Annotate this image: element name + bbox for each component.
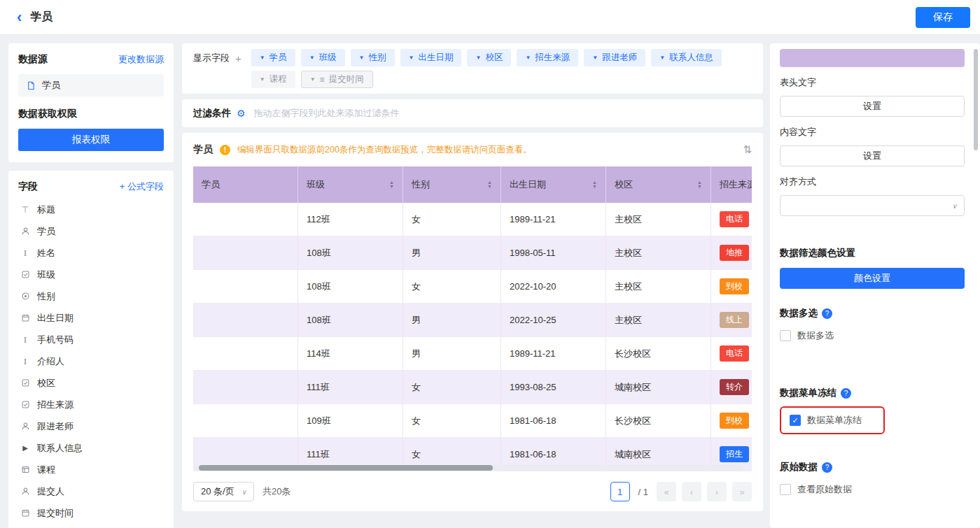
align-select[interactable]: ∨ xyxy=(780,195,965,216)
chevron-down-icon: ▼ xyxy=(525,55,531,61)
sort-icon[interactable]: ▲▼ xyxy=(487,180,492,189)
field-item-teacher[interactable]: 跟进老师 xyxy=(8,415,174,437)
table-row[interactable]: 109班 女 1981-06-18 长沙校区 到校 xyxy=(193,404,752,438)
help-icon[interactable]: ? xyxy=(822,308,832,319)
source-badge: 到校 xyxy=(720,278,749,294)
datasource-heading: 数据源 xyxy=(18,53,48,66)
source-badge: 招生 xyxy=(720,446,749,462)
chip-campus[interactable]: ▼校区 xyxy=(467,49,511,66)
page-count: / 1 xyxy=(638,487,648,497)
help-icon[interactable]: ? xyxy=(841,388,851,399)
field-item-class[interactable]: 班级 xyxy=(8,264,174,285)
help-icon[interactable]: ? xyxy=(822,462,832,473)
add-display-field-button[interactable]: + xyxy=(235,52,241,64)
sort-icon[interactable]: ▲▼ xyxy=(592,180,597,189)
field-item-phone[interactable]: I 手机号码 xyxy=(8,329,174,350)
datasource-panel: 数据源 更改数据源 学员 数据获取权限 报表权限 xyxy=(8,43,174,162)
save-button[interactable]: 保存 xyxy=(916,7,970,28)
table-panel: 学员 ! 编辑界面只取数据源前200条作为查询数据预览，完整数据请访问页面查看。… xyxy=(182,133,763,511)
checkbox-unchecked-icon[interactable] xyxy=(780,330,791,341)
filter-panel[interactable]: 过滤条件 ⚙ 拖动左侧字段到此处来添加过滤条件 xyxy=(182,99,763,127)
field-item-title[interactable]: ⊤ 标题 xyxy=(8,199,174,220)
field-item-campus[interactable]: 校区 xyxy=(8,372,174,394)
sort-icon[interactable]: ▲▼ xyxy=(697,180,702,189)
column-header-campus[interactable]: 校区▲▼ xyxy=(606,166,711,203)
content-text-settings-button[interactable]: 设置 xyxy=(780,145,965,166)
table-row[interactable]: 114班 男 1989-11-21 长沙校区 电话 xyxy=(193,337,752,371)
display-fields-label: 显示字段 xyxy=(193,52,230,64)
filter-label: 过滤条件 xyxy=(193,107,231,120)
field-item-name[interactable]: I 姓名 xyxy=(8,242,174,264)
field-item-student[interactable]: 学员 xyxy=(8,220,174,242)
multi-select-checkbox-row[interactable]: 数据多选 xyxy=(780,329,965,342)
back-icon[interactable]: ‹ xyxy=(17,10,22,25)
sort-order-icon[interactable]: ⇅ xyxy=(743,143,752,156)
text-icon: I xyxy=(20,356,31,367)
header-text-settings-button[interactable]: 设置 xyxy=(780,96,965,117)
column-header-student[interactable]: 学员 xyxy=(193,166,298,203)
chevron-down-icon: ∨ xyxy=(241,488,246,496)
course-icon xyxy=(20,465,31,474)
table-row[interactable]: 111班 女 1993-08-25 城南校区 转介 xyxy=(193,371,752,404)
chevron-down-icon: ▼ xyxy=(309,55,315,61)
sort-icon[interactable]: ▲▼ xyxy=(389,180,394,189)
field-item-contact-info[interactable]: ▶ 联系人信息 xyxy=(8,437,174,459)
checkbox-checked-icon[interactable] xyxy=(790,415,801,426)
raw-data-checkbox-row[interactable]: 查看原始数据 xyxy=(780,483,965,496)
table-header-row: 学员 班级▲▼ 性别▲▼ 出生日期▲▼ 校区▲▼ 招生来源 xyxy=(193,166,752,203)
chip-birthdate[interactable]: ▼出生日期 xyxy=(400,49,462,66)
last-page-button[interactable]: » xyxy=(732,482,752,501)
chip-class[interactable]: ▼班级 xyxy=(301,49,345,66)
color-settings-button[interactable]: 颜色设置 xyxy=(780,268,965,289)
table-row[interactable]: 108班 女 2022-10-20 主校区 到校 xyxy=(193,270,752,304)
warning-icon: ! xyxy=(220,145,230,155)
current-page-input[interactable]: 1 xyxy=(610,482,630,501)
field-item-gender[interactable]: 性别 xyxy=(8,285,174,307)
field-item-course[interactable]: 课程 xyxy=(8,459,174,480)
chip-contact-info[interactable]: ▼联系人信息 xyxy=(651,49,721,66)
source-badge: 地推 xyxy=(720,245,749,261)
chip-student[interactable]: ▼学员 xyxy=(251,49,295,66)
datasource-item[interactable]: 学员 xyxy=(18,74,164,97)
add-formula-field-link[interactable]: + 公式字段 xyxy=(120,180,164,193)
expand-arrow-icon[interactable]: ▶ xyxy=(20,444,31,452)
chip-submit-time[interactable]: ▼≡提交时间 xyxy=(301,71,373,88)
field-item-source[interactable]: 招生来源 xyxy=(8,394,174,415)
column-header-class[interactable]: 班级▲▼ xyxy=(298,166,403,203)
page-size-select[interactable]: 20 条/页∨ xyxy=(193,482,254,501)
chip-gender[interactable]: ▼性别 xyxy=(351,49,395,66)
horizontal-scrollbar[interactable] xyxy=(195,465,743,471)
table-row[interactable]: 108班 男 1998-05-11 主校区 地推 xyxy=(193,236,752,270)
multi-select-heading: 数据多选? xyxy=(780,307,965,320)
chip-source[interactable]: ▼招生来源 xyxy=(517,49,578,66)
field-item-referrer[interactable]: I 介绍人 xyxy=(8,350,174,372)
chip-course[interactable]: ▼课程 xyxy=(251,71,295,88)
field-item-submitter[interactable]: 提交人 xyxy=(8,480,174,502)
gear-icon[interactable]: ⚙ xyxy=(237,108,246,119)
menu-freeze-checkbox-row[interactable]: 数据菜单冻结 xyxy=(790,414,875,427)
field-item-birthdate[interactable]: 出生日期 xyxy=(8,307,174,329)
display-field-chips: ▼学员 ▼班级 ▼性别 ▼出生日期 ▼校区 ▼招生来源 ▼跟进老师 ▼联系人信息… xyxy=(251,49,752,88)
checkbox-unchecked-icon[interactable] xyxy=(780,484,791,495)
drag-handle-icon[interactable]: ≡ xyxy=(320,75,325,85)
prev-page-button[interactable]: ‹ xyxy=(682,482,701,501)
next-page-button[interactable]: › xyxy=(707,482,727,501)
chip-teacher[interactable]: ▼跟进老师 xyxy=(584,49,645,66)
table-row[interactable]: 112班 女 1989-11-21 主校区 电话 xyxy=(193,203,752,236)
source-badge: 转介 xyxy=(720,379,749,395)
checkbox-icon xyxy=(20,378,31,387)
content-text-label: 内容文字 xyxy=(780,126,965,138)
change-datasource-link[interactable]: 更改数据源 xyxy=(118,53,164,66)
column-header-gender[interactable]: 性别▲▼ xyxy=(403,166,501,203)
first-page-button[interactable]: « xyxy=(657,482,676,501)
report-permission-button[interactable]: 报表权限 xyxy=(18,129,164,151)
table-row[interactable]: 108班 男 2022-10-25 主校区 线上 xyxy=(193,304,752,337)
chevron-down-icon: ▼ xyxy=(592,55,598,61)
vertical-scrollbar-thumb[interactable] xyxy=(974,49,978,150)
scrollbar-thumb[interactable] xyxy=(199,465,493,471)
column-header-source[interactable]: 招生来源 xyxy=(711,166,752,203)
chevron-down-icon: ▼ xyxy=(260,55,265,61)
field-item-submit-time[interactable]: 提交时间 xyxy=(8,502,174,524)
column-header-birthdate[interactable]: 出生日期▲▼ xyxy=(501,166,606,203)
header-color-swatch[interactable] xyxy=(780,49,965,67)
